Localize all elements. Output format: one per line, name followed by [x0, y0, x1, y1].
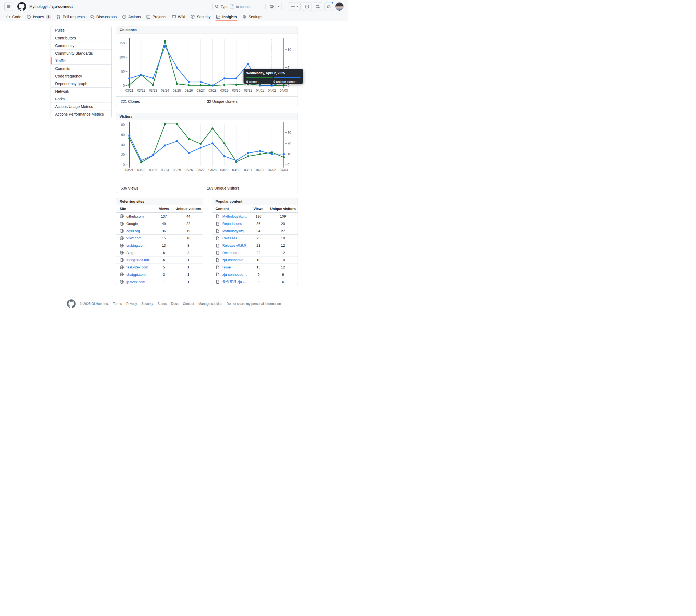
- row-link[interactable]: fast.v2ex.com: [126, 265, 148, 269]
- tab-actions[interactable]: Actions: [119, 13, 143, 21]
- create-new-button[interactable]: ▼: [289, 2, 301, 11]
- svg-text:0: 0: [287, 163, 289, 167]
- row-label: Releases: [212, 236, 249, 241]
- visitors-chart[interactable]: 020406080010203003/2103/2203/2303/2403/2…: [116, 120, 298, 183]
- pull-requests-dashboard-button[interactable]: [314, 2, 322, 11]
- row-link[interactable]: Repo Issues: [222, 222, 242, 226]
- gear-icon: [242, 15, 247, 19]
- tab-security[interactable]: Security: [188, 13, 213, 21]
- views-value: 22: [249, 251, 268, 255]
- views-value: 36: [249, 222, 268, 226]
- svg-text:03/28: 03/28: [208, 168, 217, 172]
- sidebar-item-actions-usage-metrics[interactable]: Actions Usage Metrics: [51, 103, 111, 110]
- row-link[interactable]: jp.v2ex.com: [126, 280, 145, 284]
- views-value: 15: [249, 265, 268, 269]
- file-icon: [216, 236, 220, 241]
- svg-text:03/26: 03/26: [185, 168, 193, 172]
- views-value: 196: [249, 214, 268, 218]
- unique-visitors-value: 1: [174, 273, 203, 277]
- table-row: Mythologyli/zju-connect: ZJU RVP...3427: [212, 227, 298, 234]
- tab-pull-requests[interactable]: Pull requests: [54, 13, 88, 21]
- row-link[interactable]: Releases: [222, 251, 237, 255]
- sidebar-item-label: Community: [55, 44, 75, 48]
- visitors-summary: 536 Views 163 Unique visitors: [116, 183, 298, 193]
- sidebar-item-community-standards[interactable]: Community Standards: [51, 49, 111, 57]
- copilot-dropdown-button[interactable]: ▼: [275, 3, 282, 10]
- svg-text:03/31: 03/31: [244, 89, 252, 92]
- row-link[interactable]: cc98.org: [126, 229, 140, 233]
- row-link[interactable]: chatgpt.com: [126, 273, 146, 277]
- row-label: zju-connect/docs/service.md at m...: [212, 258, 249, 262]
- tooltip-clones-bar: [246, 77, 273, 78]
- row-link[interactable]: Mythologyli/zju-connect: ZJU RVP...: [222, 214, 249, 218]
- sidebar-item-dependency-graph[interactable]: Dependency graph: [51, 80, 111, 87]
- tab-projects[interactable]: Projects: [143, 13, 169, 21]
- row-link[interactable]: cn.bing.com: [126, 243, 145, 247]
- breadcrumb-owner-link[interactable]: Mythologyli: [29, 4, 48, 9]
- git-clones-chart[interactable]: 050100150051003/2103/2203/2303/2403/2503…: [116, 33, 298, 96]
- git-clones-card: Git clones 050100150051003/2103/2203/230…: [116, 26, 298, 106]
- sidebar-item-network[interactable]: Network: [51, 87, 111, 95]
- row-link[interactable]: 是否支持 zju 之外的 EasyConnect ...: [222, 279, 249, 284]
- sidebar-item-actions-performance-metrics[interactable]: Actions Performance Metrics: [51, 110, 111, 118]
- popular-rows: Mythologyli/zju-connect: ZJU RVP...19610…: [212, 213, 298, 285]
- footer-link-privacy[interactable]: Privacy: [126, 302, 137, 306]
- tab-label: Security: [197, 15, 211, 19]
- tab-code[interactable]: Code: [3, 13, 24, 21]
- svg-text:03/30: 03/30: [232, 89, 240, 92]
- search-input[interactable]: Type / to search: [212, 3, 266, 10]
- row-label: Repo Issues: [212, 222, 249, 226]
- views-value: 15: [154, 236, 174, 240]
- sidebar-item-pulse[interactable]: Pulse: [51, 26, 111, 34]
- row-link[interactable]: turing2023.tonycrane.cc: [126, 258, 154, 262]
- sidebar-item-code-frequency[interactable]: Code frequency: [51, 72, 111, 80]
- views-total: 536 Views: [116, 186, 207, 190]
- footer-link-security[interactable]: Security: [141, 302, 153, 306]
- inbox-button[interactable]: [325, 2, 333, 11]
- tab-issues[interactable]: Issues1: [24, 13, 53, 21]
- search-placeholder-prefix: Type: [221, 5, 228, 9]
- file-icon: [216, 250, 220, 255]
- tab-label: Code: [12, 15, 21, 19]
- footer-link-do-not-share-my-personal-information[interactable]: Do not share my personal information: [226, 302, 281, 306]
- svg-text:03/29: 03/29: [220, 168, 228, 172]
- row-link[interactable]: Issue: [222, 265, 231, 269]
- sidebar-item-forks[interactable]: Forks: [51, 95, 111, 103]
- row-link[interactable]: Release v0.9.0: [222, 243, 246, 247]
- row-link[interactable]: Releases: [222, 236, 237, 240]
- row-link[interactable]: Mythologyli/zju-connect: ZJU RVP...: [222, 229, 249, 233]
- table-row: Releases2510: [212, 234, 298, 242]
- tab-wiki[interactable]: Wiki: [169, 13, 188, 21]
- globe-icon: [120, 214, 124, 218]
- tab-settings[interactable]: Settings: [239, 13, 265, 21]
- issues-dashboard-button[interactable]: [303, 2, 312, 11]
- github-traffic-page: Mythologyli/zju-connect Type / to search…: [0, 0, 348, 308]
- code-icon: [6, 15, 10, 19]
- sidebar-item-label: Network: [55, 89, 69, 94]
- footer-link-contact[interactable]: Contact: [183, 302, 194, 306]
- row-link[interactable]: v2ex.com: [126, 236, 142, 240]
- sidebar-item-traffic[interactable]: Traffic: [51, 57, 111, 64]
- sidebar-item-contributors[interactable]: Contributors: [51, 34, 111, 42]
- avatar[interactable]: [335, 2, 344, 11]
- footer-link-terms[interactable]: Terms: [113, 302, 122, 306]
- sidebar-item-commits[interactable]: Commits: [51, 64, 111, 72]
- tab-insights[interactable]: Insights: [213, 13, 240, 21]
- row-link[interactable]: zju-connect/docs/service.md at m...: [222, 258, 249, 262]
- unique-visitors-value: 3: [174, 251, 203, 255]
- hamburger-button[interactable]: [4, 2, 13, 11]
- sidebar-item-community[interactable]: Community: [51, 42, 111, 49]
- svg-text:60: 60: [121, 133, 125, 137]
- footer-link-status[interactable]: Status: [157, 302, 167, 306]
- file-icon: [216, 280, 220, 284]
- row-link[interactable]: zju-connect/docs/docker.md at m...: [222, 273, 249, 277]
- copilot-button[interactable]: [268, 3, 275, 10]
- row-label: turing2023.tonycrane.cc: [116, 258, 154, 262]
- github-logo[interactable]: [17, 2, 26, 11]
- breadcrumb-repo-link[interactable]: zju-connect: [52, 4, 73, 9]
- issue-opened-icon: [27, 15, 31, 19]
- globe-icon: [120, 265, 124, 270]
- footer-link-manage-cookies[interactable]: Manage cookies: [199, 302, 222, 306]
- footer-link-docs[interactable]: Docs: [171, 302, 178, 306]
- tab-discussions[interactable]: Discussions: [88, 13, 120, 21]
